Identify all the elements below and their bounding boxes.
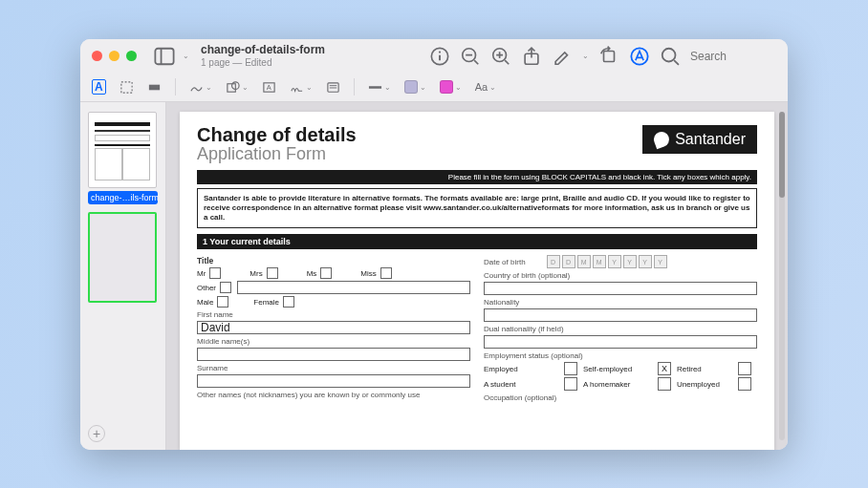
svg-point-4 bbox=[439, 51, 441, 53]
retired-checkbox[interactable] bbox=[738, 362, 751, 375]
shapes-tool[interactable]: ⌄ bbox=[226, 80, 249, 95]
pdf-page: Change of details Application Form Santa… bbox=[180, 112, 774, 450]
text-tool[interactable]: A bbox=[92, 79, 106, 95]
instruction-bar: Please fill in the form using BLOCK CAPI… bbox=[197, 170, 757, 184]
mrs-checkbox[interactable] bbox=[267, 267, 278, 279]
thumbnail-sidebar: change-…ils-form + bbox=[80, 102, 166, 450]
thumbnail-label: change-…ils-form bbox=[88, 191, 158, 204]
document-title-block: change-of-details-form 1 page — Edited bbox=[201, 44, 325, 67]
markup-button[interactable] bbox=[629, 46, 650, 67]
titlebar: ⌄ change-of-details-form 1 page — Edited… bbox=[80, 39, 788, 74]
stroke-tool[interactable]: ⌄ bbox=[368, 80, 391, 95]
section-1-title: 1 Your current details bbox=[197, 234, 757, 249]
note-tool[interactable] bbox=[326, 80, 340, 95]
svg-rect-14 bbox=[604, 51, 615, 61]
dual-nationality-field[interactable] bbox=[484, 335, 757, 349]
other-title-field[interactable] bbox=[237, 281, 470, 294]
svg-line-17 bbox=[674, 60, 679, 65]
brand-name: Santander bbox=[675, 131, 746, 148]
sign-tool[interactable]: ⌄ bbox=[290, 80, 313, 95]
svg-rect-18 bbox=[121, 81, 132, 92]
unemployed-checkbox[interactable] bbox=[738, 377, 751, 391]
other-title-checkbox[interactable] bbox=[220, 282, 231, 293]
doc-heading-2: Application Form bbox=[197, 145, 357, 163]
search-input[interactable] bbox=[690, 50, 776, 63]
flame-icon bbox=[652, 129, 672, 149]
left-column: Title Mr Mrs Ms Miss Other bbox=[197, 253, 470, 404]
fill-color-tool[interactable]: ⌄ bbox=[440, 80, 462, 94]
markup-toolbar: A ⌄ ⌄ A ⌄ ⌄ ⌄ ⌄ Aa⌄ bbox=[80, 74, 788, 102]
male-checkbox[interactable] bbox=[217, 296, 228, 308]
zoom-in-button[interactable] bbox=[490, 46, 511, 67]
redact-tool[interactable] bbox=[147, 80, 162, 95]
right-column: Date of birth D D M M Y Y Y Y bbox=[484, 253, 757, 404]
svg-line-6 bbox=[474, 60, 478, 64]
rotate-button[interactable] bbox=[598, 46, 619, 67]
close-window-button[interactable] bbox=[92, 51, 102, 61]
nationality-field[interactable] bbox=[484, 308, 757, 322]
share-button[interactable] bbox=[521, 46, 542, 67]
page-thumbnail-2-active[interactable] bbox=[88, 212, 157, 303]
emp-status-label: Employment status (optional) bbox=[484, 351, 757, 360]
chevron-down-icon[interactable]: ⌄ bbox=[183, 52, 189, 60]
title-label: Title bbox=[197, 256, 470, 265]
font-label: Aa bbox=[475, 81, 488, 93]
info-button[interactable] bbox=[429, 46, 450, 67]
svg-line-9 bbox=[505, 60, 509, 64]
zoom-out-button[interactable] bbox=[460, 46, 481, 67]
cob-label: Country of birth (optional) bbox=[484, 271, 757, 280]
svg-text:A: A bbox=[266, 83, 271, 92]
chevron-down-icon[interactable]: ⌄ bbox=[582, 52, 589, 60]
zoom-window-button[interactable] bbox=[126, 51, 137, 61]
self-employed-checkbox[interactable]: X bbox=[658, 362, 671, 375]
separator bbox=[354, 78, 355, 95]
window-body: change-…ils-form + Change of details App… bbox=[80, 102, 788, 450]
brand-logo: Santander bbox=[642, 125, 757, 154]
alt-formats-notice: Santander is able to provide literature … bbox=[197, 188, 757, 228]
add-page-button[interactable]: + bbox=[88, 425, 105, 442]
middle-name-label: Middle name(s) bbox=[197, 337, 470, 346]
female-checkbox[interactable] bbox=[283, 296, 294, 308]
dual-nationality-label: Dual nationality (if held) bbox=[484, 325, 757, 333]
miss-checkbox[interactable] bbox=[380, 267, 392, 279]
ms-checkbox[interactable] bbox=[320, 267, 332, 279]
doc-heading-1: Change of details bbox=[197, 125, 357, 145]
svg-rect-0 bbox=[155, 48, 173, 64]
cob-field[interactable] bbox=[484, 282, 757, 295]
other-names-label: Other names (not nicknames) you are know… bbox=[197, 391, 470, 399]
traffic-lights bbox=[92, 51, 137, 61]
titlebar-tools: ⌄ bbox=[429, 46, 776, 67]
sidebar-toggle-button[interactable] bbox=[154, 46, 175, 67]
document-title: change-of-details-form bbox=[201, 44, 325, 56]
highlight-button[interactable] bbox=[552, 46, 573, 67]
dob-cells[interactable]: D D M M Y Y Y Y bbox=[547, 255, 667, 268]
text-box-tool[interactable]: A bbox=[262, 80, 276, 95]
student-checkbox[interactable] bbox=[564, 377, 577, 391]
vertical-scrollbar[interactable] bbox=[779, 112, 785, 440]
first-name-field[interactable]: David bbox=[197, 321, 470, 334]
first-name-label: First name bbox=[197, 310, 470, 319]
document-subtitle: 1 page — Edited bbox=[201, 57, 325, 68]
font-tool[interactable]: Aa⌄ bbox=[475, 81, 496, 93]
stroke-color-tool[interactable]: ⌄ bbox=[404, 80, 426, 94]
occupation-label: Occupation (optional) bbox=[484, 393, 757, 402]
employed-checkbox[interactable] bbox=[564, 362, 577, 375]
scrollbar-thumb[interactable] bbox=[779, 112, 785, 198]
homemaker-checkbox[interactable] bbox=[658, 377, 671, 391]
page-thumbnail-1[interactable]: change-…ils-form bbox=[88, 112, 158, 204]
separator bbox=[175, 78, 176, 95]
surname-field[interactable] bbox=[197, 374, 470, 388]
svg-rect-19 bbox=[149, 84, 160, 90]
svg-point-16 bbox=[662, 48, 676, 61]
app-window: ⌄ change-of-details-form 1 page — Edited… bbox=[80, 39, 788, 450]
mr-checkbox[interactable] bbox=[209, 267, 221, 279]
minimize-window-button[interactable] bbox=[109, 51, 119, 61]
sketch-tool[interactable]: ⌄ bbox=[189, 80, 212, 95]
surname-label: Surname bbox=[197, 364, 470, 372]
middle-name-field[interactable] bbox=[197, 348, 470, 361]
dob-label: Date of birth bbox=[484, 258, 526, 266]
nationality-label: Nationality bbox=[484, 298, 757, 307]
document-canvas[interactable]: Change of details Application Form Santa… bbox=[166, 102, 788, 450]
selection-tool[interactable] bbox=[119, 80, 134, 95]
search-icon[interactable] bbox=[660, 46, 681, 67]
